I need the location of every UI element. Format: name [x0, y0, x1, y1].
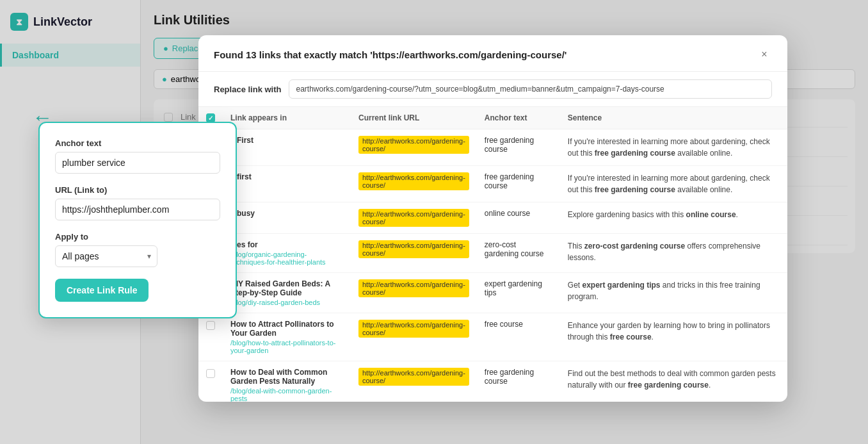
apply-to-label: Apply to: [55, 232, 220, 242]
anchor-text-cell: free gardening course: [477, 361, 560, 402]
th-link-appears: Link appears in: [223, 107, 351, 129]
table-row: DIY Raised Garden Beds: A Step-by-Step G…: [198, 273, 787, 313]
close-button[interactable]: ×: [757, 47, 772, 62]
url-badge[interactable]: http://earthworks.com/gardening-course/: [358, 240, 469, 258]
row-path[interactable]: /blog/how-to-attract-pollinators-to-your…: [230, 339, 343, 354]
current-url-cell: http://earthworks.com/gardening-course/: [351, 234, 477, 273]
table-row: How to Deal with Common Garden Pests Nat…: [198, 361, 787, 402]
replace-link-label: Replace link with: [214, 85, 281, 94]
create-link-rule-button[interactable]: Create Link Rule: [55, 279, 149, 302]
anchor-text-cell: free gardening course: [477, 129, 560, 166]
create-link-rule-card: Anchor text URL (Link to) Apply to All p…: [38, 122, 237, 318]
table-row: ...Firsthttp://earthworks.com/gardening-…: [198, 129, 787, 166]
sentence-text: Get expert gardening tips and tricks in …: [568, 279, 780, 302]
anchor-text-input[interactable]: [55, 152, 220, 174]
url-badge[interactable]: http://earthworks.com/gardening-course/: [358, 172, 469, 190]
anchor-text-cell: zero-cost gardening course: [477, 234, 560, 273]
apply-to-select-wrapper: All pages Selected pages ▾: [55, 245, 157, 267]
row-title: ...es for: [230, 240, 343, 249]
replace-link-input[interactable]: [289, 79, 772, 99]
th-sentence: Sentence: [560, 107, 787, 129]
replace-link-row: Replace link with: [198, 72, 787, 107]
sentence-cell: Get expert gardening tips and tricks in …: [560, 273, 787, 313]
links-table: ✓ Link appears in Current link URL Ancho…: [198, 107, 787, 402]
link-appears-cell: How to Attract Pollinators to Your Garde…: [223, 313, 351, 361]
url-input[interactable]: [55, 199, 220, 220]
row-title: How to Attract Pollinators to Your Garde…: [230, 320, 343, 338]
sentence-cell: This zero-cost gardening course offers c…: [560, 234, 787, 273]
anchor-text-cell: online course: [477, 202, 560, 234]
url-badge[interactable]: http://earthworks.com/gardening-course/: [358, 279, 469, 297]
row-checkbox-cell: [198, 313, 223, 361]
row-checkbox-cell: [198, 361, 223, 402]
row-title: ...busy: [230, 209, 343, 218]
url-badge[interactable]: http://earthworks.com/gardening-course/: [358, 368, 469, 386]
row-checkbox[interactable]: [206, 369, 215, 378]
anchor-text-group: Anchor text: [55, 138, 220, 174]
sentence-cell: Enhance your garden by learning how to b…: [560, 313, 787, 361]
table-header-row: ✓ Link appears in Current link URL Ancho…: [198, 107, 787, 129]
link-appears-cell: DIY Raised Garden Beds: A Step-by-Step G…: [223, 273, 351, 313]
url-group: URL (Link to): [55, 185, 220, 220]
url-badge[interactable]: http://earthworks.com/gardening-course/: [358, 209, 469, 227]
sentence-text: Find out the best methods to deal with c…: [568, 368, 780, 391]
replace-links-modal: Found 13 links that exactly match 'https…: [198, 35, 787, 402]
row-path[interactable]: /blog/deal-with-common-garden-pests: [230, 387, 343, 402]
anchor-text-label: Anchor text: [55, 138, 220, 148]
sentence-text: Enhance your garden by learning how to b…: [568, 320, 780, 343]
sentence-text: If you're interested in learning more ab…: [568, 136, 780, 159]
row-title: DIY Raised Garden Beds: A Step-by-Step G…: [230, 279, 343, 297]
table-row: ...es for/blog/organic-gardening-techniq…: [198, 234, 787, 273]
sentence-text: This zero-cost gardening course offers c…: [568, 240, 780, 263]
url-badge[interactable]: http://earthworks.com/gardening-course/: [358, 136, 469, 154]
modal-header: Found 13 links that exactly match 'https…: [198, 35, 787, 72]
row-path[interactable]: /blog/diy-raised-garden-beds: [230, 299, 343, 306]
sentence-cell: If you're interested in learning more ab…: [560, 166, 787, 202]
link-appears-cell: ...es for/blog/organic-gardening-techniq…: [223, 234, 351, 273]
url-badge[interactable]: http://earthworks.com/gardening-course/: [358, 320, 469, 338]
table-row: ...firsthttp://earthworks.com/gardening-…: [198, 166, 787, 202]
current-url-cell: http://earthworks.com/gardening-course/: [351, 166, 477, 202]
row-checkbox[interactable]: [206, 321, 215, 330]
link-appears-cell: ...busy: [223, 202, 351, 234]
link-appears-cell: ...first: [223, 166, 351, 202]
table-row: ...busyhttp://earthworks.com/gardening-c…: [198, 202, 787, 234]
anchor-text-cell: free course: [477, 313, 560, 361]
links-table-scroll[interactable]: ✓ Link appears in Current link URL Ancho…: [198, 107, 787, 402]
table-row: How to Attract Pollinators to Your Garde…: [198, 313, 787, 361]
apply-to-group: Apply to All pages Selected pages ▾: [55, 232, 220, 267]
sentence-cell: Explore gardening basics with this onlin…: [560, 202, 787, 234]
th-current-url: Current link URL: [351, 107, 477, 129]
sentence-text: Explore gardening basics with this onlin…: [568, 209, 780, 220]
sentence-text: If you're interested in learning more ab…: [568, 172, 780, 195]
current-url-cell: http://earthworks.com/gardening-course/: [351, 361, 477, 402]
current-url-cell: http://earthworks.com/gardening-course/: [351, 273, 477, 313]
link-appears-cell: ...First: [223, 129, 351, 166]
th-anchor-text: Anchor text: [477, 107, 560, 129]
url-label: URL (Link to): [55, 185, 220, 195]
row-title: ...first: [230, 172, 343, 181]
anchor-text-cell: free gardening course: [477, 166, 560, 202]
row-title: ...First: [230, 136, 343, 145]
sentence-cell: Find out the best methods to deal with c…: [560, 361, 787, 402]
current-url-cell: http://earthworks.com/gardening-course/: [351, 129, 477, 166]
anchor-text-cell: expert gardening tips: [477, 273, 560, 313]
link-appears-cell: How to Deal with Common Garden Pests Nat…: [223, 361, 351, 402]
sentence-cell: If you're interested in learning more ab…: [560, 129, 787, 166]
row-path[interactable]: /blog/organic-gardening-techniques-for-h…: [230, 251, 343, 266]
apply-to-select[interactable]: All pages Selected pages: [55, 245, 157, 267]
row-title: How to Deal with Common Garden Pests Nat…: [230, 368, 343, 386]
current-url-cell: http://earthworks.com/gardening-course/: [351, 202, 477, 234]
current-url-cell: http://earthworks.com/gardening-course/: [351, 313, 477, 361]
modal-title: Found 13 links that exactly match 'https…: [214, 49, 567, 60]
